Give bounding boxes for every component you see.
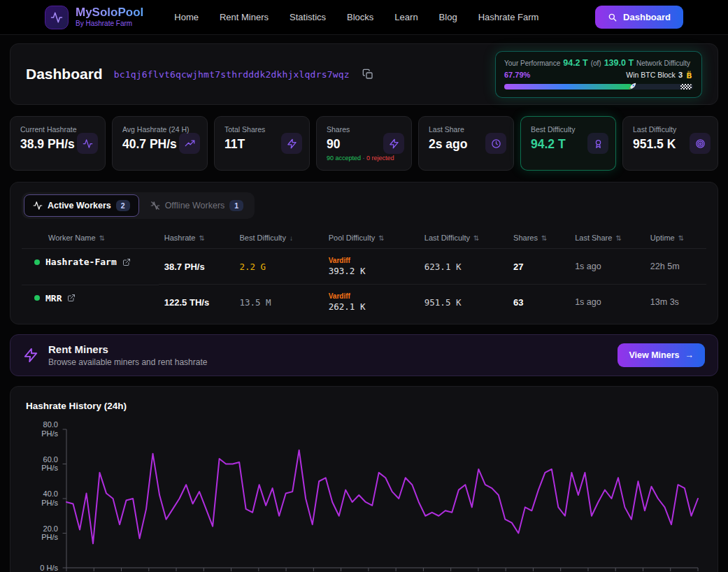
shares-separator: · xyxy=(363,155,365,162)
col-last-share[interactable]: Last Share⇅ xyxy=(569,227,645,249)
nav-item-rent-miners[interactable]: Rent Miners xyxy=(220,12,269,22)
tab-offline-workers[interactable]: Offline Workers 1 xyxy=(141,194,253,217)
worker-last-share: 1s ago xyxy=(569,285,645,320)
dashboard-header: Dashboard bc1qj6flvt6qcwjhmt7sthrdddk2dk… xyxy=(10,43,718,105)
offline-workers-count-badge: 1 xyxy=(229,200,243,211)
trending-up-icon xyxy=(179,133,200,154)
nav-item-hashrate-farm[interactable]: Hashrate Farm xyxy=(478,12,539,22)
sort-icon: ⇅ xyxy=(473,234,479,242)
hashrate-chart-card: Hashrate History (24h) 80.0 PH/s60.0 PH/… xyxy=(10,386,718,572)
network-difficulty-value: 139.0 T xyxy=(604,58,634,68)
sort-icon: ⇅ xyxy=(99,234,105,242)
nav-item-statistics[interactable]: Statistics xyxy=(290,12,326,22)
logo-title: MySoloPool xyxy=(76,6,143,20)
nav-item-blocks[interactable]: Blocks xyxy=(347,12,373,22)
view-miners-button[interactable]: View Miners → xyxy=(618,343,705,367)
activity-icon xyxy=(77,133,98,154)
stat-last-difficulty: Last Difficulty 951.5 K xyxy=(622,116,718,171)
y-tick-label: 60.0 PH/s xyxy=(26,455,58,473)
worker-best-difficulty: 13.5 M xyxy=(234,285,322,320)
nav-item-blog[interactable]: Blog xyxy=(439,12,457,22)
top-nav: MySoloPool By Hashrate Farm Home Rent Mi… xyxy=(0,0,728,35)
worker-best-difficulty: 2.2 G xyxy=(234,249,322,285)
stat-current-hashrate: Current Hashrate 38.9 PH/s xyxy=(10,116,106,171)
bitcoin-icon: B xyxy=(685,71,693,80)
sort-icon: ⇅ xyxy=(615,234,621,242)
online-status-dot xyxy=(34,259,40,265)
stat-last-share: Last Share 2s ago xyxy=(418,116,514,171)
nav-item-home[interactable]: Home xyxy=(174,12,199,22)
dashboard-button-label: Dashboard xyxy=(623,12,671,22)
col-hashrate[interactable]: Hashrate⇅ xyxy=(159,227,234,249)
worker-hashrate: 38.7 PH/s xyxy=(159,249,234,285)
performance-value: 94.2 T xyxy=(563,58,587,68)
col-best-difficulty[interactable]: Best Difficulty↓ xyxy=(234,227,322,249)
workers-panel: Active Workers 2 Offline Workers 1 Worke… xyxy=(10,182,718,324)
workers-tabs: Active Workers 2 Offline Workers 1 xyxy=(22,192,255,219)
worker-last-share: 1s ago xyxy=(569,249,645,285)
shares-accepted: 90 accepted xyxy=(327,155,361,162)
worker-shares: 63 xyxy=(508,285,569,320)
sort-icon: ⇅ xyxy=(678,234,684,242)
chart-plot-area: 80.0 PH/s60.0 PH/s40.0 PH/s20.0 PH/s0 H/… xyxy=(66,429,698,568)
y-tick-label: 20.0 PH/s xyxy=(26,524,58,542)
external-link-icon[interactable] xyxy=(67,294,76,302)
active-workers-count-badge: 2 xyxy=(116,200,130,211)
table-row: Hashrate-Farm 38.7 PH/s 2.2 G Vardiff 39… xyxy=(22,249,706,285)
external-link-icon[interactable] xyxy=(122,258,131,266)
target-icon xyxy=(690,133,711,154)
activity-off-icon xyxy=(150,201,160,210)
shares-breakdown: 90 accepted · 0 rejected xyxy=(327,155,401,162)
y-tick-label: 80.0 PH/s xyxy=(26,420,58,438)
worker-hashrate: 122.5 TH/s xyxy=(159,285,234,320)
stat-total-shares: Total Shares 11T xyxy=(214,116,310,171)
tab-active-workers[interactable]: Active Workers 2 xyxy=(24,194,139,217)
logo[interactable]: MySoloPool By Hashrate Farm xyxy=(45,6,143,29)
performance-progress-bar xyxy=(504,84,693,90)
copy-icon[interactable] xyxy=(361,67,375,81)
banner-title: Rent Miners xyxy=(48,343,207,355)
search-icon xyxy=(608,13,618,22)
dashboard-button[interactable]: Dashboard xyxy=(595,6,683,29)
nav-item-learn[interactable]: Learn xyxy=(394,12,417,22)
performance-label: Your Performance xyxy=(504,59,560,67)
award-icon xyxy=(587,133,608,154)
stats-row: Current Hashrate 38.9 PH/s Avg Hashrate … xyxy=(10,116,718,171)
performance-of-label: (of) xyxy=(591,59,601,67)
svg-text:B: B xyxy=(686,71,692,80)
performance-card: Your Performance 94.2 T (of) 139.0 T Net… xyxy=(495,51,702,98)
col-uptime[interactable]: Uptime⇅ xyxy=(645,227,706,249)
stat-shares: Shares 90 90 accepted · 0 rejected xyxy=(316,116,412,171)
worker-uptime: 22h 5m xyxy=(645,249,706,285)
zap-icon xyxy=(281,133,302,154)
zap-icon xyxy=(383,133,404,154)
tab-label: Active Workers xyxy=(48,201,111,210)
sort-desc-icon: ↓ xyxy=(290,234,293,242)
sort-icon: ⇅ xyxy=(199,234,204,242)
rocket-icon xyxy=(627,82,637,92)
vardiff-label: Vardiff xyxy=(329,292,413,300)
performance-percent: 67.79% xyxy=(504,71,530,79)
col-last-difficulty[interactable]: Last Difficulty⇅ xyxy=(419,227,508,249)
page-title: Dashboard xyxy=(26,66,103,83)
clock-icon xyxy=(485,133,506,154)
hashrate-line-svg xyxy=(66,429,698,568)
col-shares[interactable]: Shares⇅ xyxy=(508,227,569,249)
worker-pool-difficulty: 262.1 K xyxy=(329,301,366,312)
col-worker-name[interactable]: Worker Name⇅ xyxy=(22,227,159,249)
win-btc-label: Win BTC Block xyxy=(626,71,676,79)
online-status-dot xyxy=(34,295,40,301)
stat-avg-hashrate: Avg Hashrate (24 H) 40.7 PH/s xyxy=(112,116,208,171)
logo-activity-icon xyxy=(45,6,69,29)
nav-links: Home Rent Miners Statistics Blocks Learn… xyxy=(174,12,538,22)
worker-name: Hashrate-Farm xyxy=(45,257,117,267)
network-difficulty-label: Network Difficulty xyxy=(636,59,690,67)
y-tick-label: 0 H/s xyxy=(26,564,58,572)
worker-pool-difficulty: 393.2 K xyxy=(329,266,366,276)
chart-title: Hashrate History (24h) xyxy=(26,401,702,411)
shares-rejected: 0 rejected xyxy=(366,155,394,162)
banner-subtitle: Browse available miners and rent hashrat… xyxy=(48,357,207,367)
activity-icon xyxy=(33,201,43,210)
worker-name: MRR xyxy=(45,293,62,303)
col-pool-difficulty[interactable]: Pool Difficulty⇅ xyxy=(323,227,419,249)
